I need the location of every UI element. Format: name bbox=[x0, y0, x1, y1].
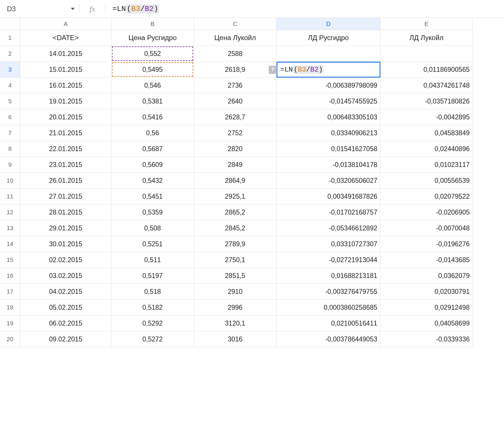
row-header[interactable]: 17 bbox=[0, 284, 20, 300]
row-header[interactable]: 8 bbox=[0, 141, 20, 157]
cell[interactable]: 0,01023117 bbox=[380, 157, 473, 173]
col-header[interactable]: C bbox=[194, 18, 277, 30]
cell[interactable]: 0,5451 bbox=[111, 189, 194, 204]
cell[interactable]: -0,0206905 bbox=[380, 204, 473, 220]
cell[interactable]: 0,02100516411 bbox=[277, 315, 380, 331]
cell[interactable]: -0,0339336 bbox=[380, 331, 473, 347]
cell[interactable]: 0,01186900565 bbox=[380, 62, 473, 78]
cell[interactable]: 15.01.2015 bbox=[20, 62, 111, 78]
row-header[interactable]: 14 bbox=[0, 236, 20, 252]
cell[interactable]: 2910 bbox=[194, 284, 277, 300]
active-edit-cell[interactable]: ?=LN(B3/B2) bbox=[277, 62, 380, 78]
cell[interactable]: 2628,7 bbox=[194, 109, 277, 125]
cell[interactable]: -0,0042895 bbox=[380, 109, 473, 125]
col-header[interactable]: B bbox=[111, 18, 194, 30]
row-header[interactable]: 15 bbox=[0, 252, 20, 268]
cell[interactable]: 0,04583849 bbox=[380, 125, 473, 141]
cell[interactable]: 0,518 bbox=[111, 284, 194, 300]
cell[interactable]: 27.01.2015 bbox=[20, 189, 111, 204]
cell[interactable]: 0,02030791 bbox=[380, 284, 473, 300]
row-header[interactable]: 2 bbox=[0, 46, 20, 62]
cell[interactable]: 05.02.2015 bbox=[20, 300, 111, 315]
cell[interactable]: 0,01541627058 bbox=[277, 141, 380, 157]
cell[interactable] bbox=[277, 46, 380, 62]
cell[interactable]: 0,508 bbox=[111, 220, 194, 236]
cell[interactable]: 03.02.2015 bbox=[20, 268, 111, 284]
row-header[interactable]: 20 bbox=[0, 331, 20, 347]
cell[interactable]: 2789,9 bbox=[194, 236, 277, 252]
cell[interactable]: 2925,1 bbox=[194, 189, 277, 204]
col-header[interactable]: A bbox=[20, 18, 111, 30]
row-header[interactable]: 12 bbox=[0, 204, 20, 220]
cell[interactable]: -0,0070048 bbox=[380, 220, 473, 236]
cell[interactable]: 0,5495 bbox=[111, 62, 194, 78]
cell[interactable]: 0,003491687826 bbox=[277, 189, 380, 204]
cell[interactable]: Цена Русгидро bbox=[111, 30, 194, 46]
cell[interactable]: -0,003786449053 bbox=[277, 331, 380, 347]
cell[interactable]: 16.01.2015 bbox=[20, 78, 111, 93]
cell[interactable]: -0,006389798099 bbox=[277, 78, 380, 93]
cell[interactable]: 0,552 bbox=[111, 46, 194, 62]
row-header[interactable]: 16 bbox=[0, 268, 20, 284]
cell-editor[interactable]: =LN(B3/B2) bbox=[277, 63, 326, 77]
cell[interactable]: 04.02.2015 bbox=[20, 284, 111, 300]
row-header[interactable]: 5 bbox=[0, 93, 20, 109]
chevron-down-icon[interactable] bbox=[71, 8, 75, 10]
col-header[interactable]: D bbox=[277, 18, 380, 30]
cell[interactable]: 0,5182 bbox=[111, 300, 194, 315]
cell[interactable]: 0,02912498 bbox=[380, 300, 473, 315]
cell[interactable]: -0,003276479755 bbox=[277, 284, 380, 300]
cell[interactable]: 20.01.2015 bbox=[20, 109, 111, 125]
cell[interactable]: -0,01702168757 bbox=[277, 204, 380, 220]
cell[interactable]: 28.01.2015 bbox=[20, 204, 111, 220]
cell[interactable]: 2752 bbox=[194, 125, 277, 141]
name-box[interactable]: D3 bbox=[0, 0, 79, 18]
cell[interactable]: 2851,5 bbox=[194, 268, 277, 284]
cell[interactable]: 02.02.2015 bbox=[20, 252, 111, 268]
cell[interactable]: ЛД Русгидро bbox=[277, 30, 380, 46]
cell[interactable]: 2618,9 bbox=[194, 62, 277, 78]
cell[interactable]: 0,5359 bbox=[111, 204, 194, 220]
cell[interactable]: 2820 bbox=[194, 141, 277, 157]
cell[interactable]: -0,02721913044 bbox=[277, 252, 380, 268]
cell[interactable]: 0,56 bbox=[111, 125, 194, 141]
cell[interactable]: -0,0196276 bbox=[380, 236, 473, 252]
cell[interactable]: 19.01.2015 bbox=[20, 93, 111, 109]
cell[interactable]: 0,5609 bbox=[111, 157, 194, 173]
cell[interactable]: 0,04374261748 bbox=[380, 78, 473, 93]
row-header[interactable]: 11 bbox=[0, 189, 20, 204]
cell[interactable]: 2849 bbox=[194, 157, 277, 173]
cell[interactable]: 0,01688213181 bbox=[277, 268, 380, 284]
cell[interactable]: 0,02440896 bbox=[380, 141, 473, 157]
cell[interactable]: 0,5432 bbox=[111, 173, 194, 189]
row-header[interactable]: 3 bbox=[0, 62, 20, 78]
row-header[interactable]: 10 bbox=[0, 173, 20, 189]
cell[interactable]: 0,006483305103 bbox=[277, 109, 380, 125]
select-all-corner[interactable] bbox=[0, 18, 20, 30]
cell[interactable]: 2640 bbox=[194, 93, 277, 109]
cell[interactable]: 22.01.2015 bbox=[20, 141, 111, 157]
cell[interactable]: 0,5272 bbox=[111, 331, 194, 347]
row-header[interactable]: 4 bbox=[0, 78, 20, 93]
row-header[interactable]: 18 bbox=[0, 300, 20, 315]
cell[interactable]: ЛД Лукойл bbox=[380, 30, 473, 46]
spreadsheet-grid[interactable]: A B C D E 1 <DATE> Цена Русгидро Цена Лу… bbox=[0, 18, 504, 347]
cell[interactable]: 30.01.2015 bbox=[20, 236, 111, 252]
col-header[interactable]: E bbox=[380, 18, 473, 30]
cell[interactable]: -0,05346612892 bbox=[277, 220, 380, 236]
cell[interactable]: -0,0357180826 bbox=[380, 93, 473, 109]
row-header[interactable]: 6 bbox=[0, 109, 20, 125]
cell[interactable]: 2736 bbox=[194, 78, 277, 93]
cell[interactable]: 23.01.2015 bbox=[20, 157, 111, 173]
cell[interactable]: 29.01.2015 bbox=[20, 220, 111, 236]
cell[interactable]: 26.01.2015 bbox=[20, 173, 111, 189]
cell[interactable]: 2865,2 bbox=[194, 204, 277, 220]
cell[interactable]: 0,511 bbox=[111, 252, 194, 268]
cell[interactable]: 0,5687 bbox=[111, 141, 194, 157]
cell[interactable]: 0,03340906213 bbox=[277, 125, 380, 141]
cell[interactable]: -0,0138104178 bbox=[277, 157, 380, 173]
cell[interactable]: 0,03310727307 bbox=[277, 236, 380, 252]
row-header[interactable]: 19 bbox=[0, 315, 20, 331]
cell[interactable]: 0,02079522 bbox=[380, 189, 473, 204]
row-header[interactable]: 9 bbox=[0, 157, 20, 173]
